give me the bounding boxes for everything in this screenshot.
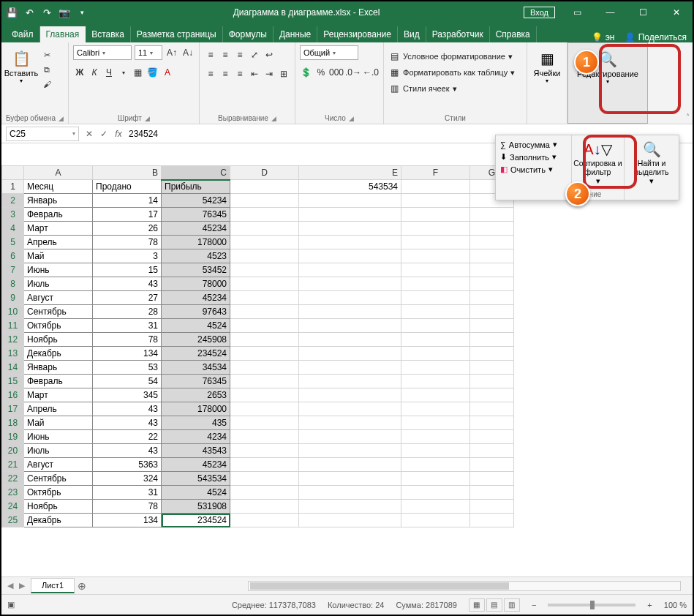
cell-C19[interactable]: 4234 [162,430,230,444]
tell-me[interactable]: 💡 эн [592,32,614,42]
cell-G13[interactable] [470,347,514,361]
increase-decimal-icon[interactable]: .0→ [345,66,361,79]
cell-F4[interactable] [401,222,470,236]
cell-C9[interactable]: 45234 [162,291,230,305]
cell-D21[interactable] [230,458,299,472]
row-header-3[interactable]: 3 [2,208,24,222]
cell-B3[interactable]: 17 [93,208,162,222]
redo-icon[interactable]: ↷ [39,5,54,20]
cell-A16[interactable]: Март [24,388,93,402]
cell-G4[interactable] [470,222,514,236]
cell-D13[interactable] [230,347,299,361]
share-button[interactable]: 👤 Поделиться [625,32,687,42]
row-header-2[interactable]: 2 [2,194,24,208]
cancel-formula-icon[interactable]: ✕ [82,129,97,139]
row-header-15[interactable]: 15 [2,375,24,388]
cell-E1[interactable]: 543534 [299,180,401,194]
format-painter-icon[interactable]: 🖌 [39,78,54,91]
tab-developer[interactable]: Разработчик [426,26,490,42]
cell-G21[interactable] [470,458,514,472]
row-header-5[interactable]: 5 [2,236,24,249]
cell-E23[interactable] [299,486,401,500]
cell-B2[interactable]: 14 [93,194,162,208]
zoom-slider[interactable] [548,604,635,606]
align-middle-icon[interactable]: ≡ [219,48,232,61]
row-header-14[interactable]: 14 [2,361,24,375]
fx-icon[interactable]: fx [111,129,126,139]
row-header-17[interactable]: 17 [2,402,24,416]
cell-B6[interactable]: 3 [93,249,162,263]
horizontal-scrollbar[interactable] [248,581,681,591]
cell-B12[interactable]: 78 [93,333,162,347]
font-size-combo[interactable]: 11▾ [135,45,162,60]
camera-icon[interactable]: 📷 [57,5,72,20]
cell-E20[interactable] [299,444,401,458]
col-header-F[interactable]: F [401,166,470,180]
cell-D6[interactable] [230,249,299,263]
cell-E14[interactable] [299,361,401,375]
cell-F14[interactable] [401,361,470,375]
cell-A13[interactable]: Декабрь [24,347,93,361]
cell-E17[interactable] [299,402,401,416]
cell-D9[interactable] [230,291,299,305]
cell-E8[interactable] [299,277,401,291]
cell-A9[interactable]: Август [24,291,93,305]
cell-D17[interactable] [230,402,299,416]
cell-E19[interactable] [299,430,401,444]
cell-F16[interactable] [401,388,470,402]
cell-C12[interactable]: 245908 [162,333,230,347]
cell-F2[interactable] [401,194,470,208]
cell-G20[interactable] [470,444,514,458]
cell-D1[interactable] [230,180,299,194]
zoom-in-icon[interactable]: + [647,601,652,609]
col-header-A[interactable]: A [24,166,93,180]
cell-F13[interactable] [401,347,470,361]
tab-formulas[interactable]: Формулы [223,26,274,42]
number-dialog-launcher[interactable]: ◢ [349,115,354,122]
view-normal-icon[interactable]: ▦ [469,598,485,612]
cell-C13[interactable]: 234524 [162,347,230,361]
cell-B13[interactable]: 134 [93,347,162,361]
tab-review[interactable]: Рецензирование [317,26,398,42]
tab-data[interactable]: Данные [274,26,317,42]
cell-G7[interactable] [470,263,514,277]
font-color-icon[interactable]: A [161,66,174,79]
cell-B24[interactable]: 78 [93,500,162,514]
row-header-24[interactable]: 24 [2,500,24,514]
col-header-B[interactable]: B [93,166,162,180]
save-icon[interactable]: 💾 [4,5,19,20]
cell-D4[interactable] [230,222,299,236]
cell-F21[interactable] [401,458,470,472]
cell-E24[interactable] [299,500,401,514]
cell-C21[interactable]: 45234 [162,458,230,472]
spreadsheet-grid[interactable]: ABCDEFG1МесяцПроданоПрибыль5435342Январь… [1,165,693,576]
cell-E16[interactable] [299,388,401,402]
cell-D10[interactable] [230,305,299,319]
row-header-21[interactable]: 21 [2,458,24,472]
cell-G10[interactable] [470,305,514,319]
cell-B17[interactable]: 43 [93,402,162,416]
cell-A24[interactable]: Ноябрь [24,500,93,514]
cell-D22[interactable] [230,472,299,486]
cell-A10[interactable]: Сентябрь [24,305,93,319]
cell-F3[interactable] [401,208,470,222]
row-header-4[interactable]: 4 [2,222,24,236]
row-header-23[interactable]: 23 [2,486,24,500]
clipboard-dialog-launcher[interactable]: ◢ [59,115,64,122]
bold-button[interactable]: Ж [73,66,86,79]
cell-B21[interactable]: 5363 [93,458,162,472]
cell-C18[interactable]: 435 [162,416,230,430]
cell-G23[interactable] [470,486,514,500]
cell-A14[interactable]: Январь [24,361,93,375]
cell-A5[interactable]: Апрель [24,236,93,249]
sheet-nav-next-icon[interactable]: ▶ [19,581,25,590]
cell-F5[interactable] [401,236,470,249]
cell-E18[interactable] [299,416,401,430]
merge-icon[interactable]: ⊞ [277,67,290,80]
cell-B19[interactable]: 22 [93,430,162,444]
cell-F23[interactable] [401,486,470,500]
col-header-D[interactable]: D [230,166,299,180]
cell-G25[interactable] [470,514,514,527]
font-name-combo[interactable]: Calibri▾ [73,45,132,60]
cell-E2[interactable] [299,194,401,208]
